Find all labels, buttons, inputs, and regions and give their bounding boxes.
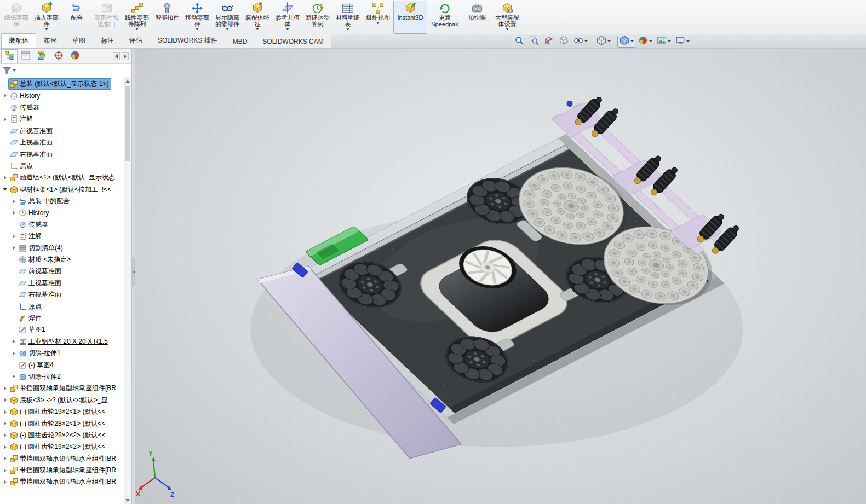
dropdown-caret-icon[interactable] — [256, 28, 259, 30]
featuremanager-tab[interactable] — [1, 49, 18, 63]
tree-item-content[interactable]: 带挡圈双轴承短型轴承座组件[BR — [9, 465, 118, 476]
tree-item[interactable]: 总装 中的配合 — [0, 195, 124, 207]
tree-item-content[interactable]: (-) 圆柱齿轮19×2<1> (默认<< — [9, 407, 107, 417]
dropdown-caret-icon[interactable] — [668, 40, 671, 42]
tree-item-content[interactable]: 总装 (默认<默认_显示状态-1>) — [9, 79, 111, 89]
dropdown-caret-icon[interactable] — [584, 40, 588, 42]
graphics-viewport[interactable]: XYZ — [135, 49, 866, 504]
dropdown-caret-icon[interactable] — [506, 28, 509, 30]
expand-arrow[interactable] — [10, 211, 18, 215]
tree-item-content[interactable]: 涵道组<1> (默认<默认_显示状态 — [9, 172, 117, 183]
expand-arrow[interactable] — [1, 410, 9, 414]
tree-item[interactable]: 前视基准面 — [0, 125, 124, 137]
tree-item-content[interactable]: 切割清单(4) — [18, 243, 65, 253]
mate-button[interactable]: 配合 — [62, 1, 91, 34]
dropdown-caret-icon[interactable] — [45, 28, 48, 30]
expand-arrow[interactable] — [1, 456, 9, 461]
tab-标注[interactable]: 标注 — [93, 33, 122, 48]
expand-arrow[interactable] — [1, 398, 9, 402]
expand-arrow[interactable] — [1, 386, 9, 391]
expand-arrow[interactable] — [1, 433, 9, 437]
tree-item-content[interactable]: 总装 中的配合 — [18, 196, 71, 206]
tree-item[interactable]: 带挡圈双轴承短型轴承座组件[BR — [0, 383, 124, 394]
move-component-button[interactable]: 移动零部件 — [182, 1, 212, 34]
tree-item-content[interactable]: 注解 — [9, 114, 35, 124]
tree-item[interactable]: 原点 — [0, 300, 124, 312]
dropdown-caret-icon[interactable] — [649, 40, 652, 42]
instant3d-button[interactable]: Instant3D — [393, 1, 427, 34]
tree-item[interactable]: 右视基准面 — [0, 148, 124, 160]
apply-scene-button[interactable] — [655, 36, 673, 48]
expand-arrow[interactable] — [1, 188, 9, 191]
expand-arrow[interactable] — [10, 234, 18, 239]
tree-scrollbar[interactable] — [124, 77, 131, 504]
tab-SOLIDWORKS 插件[interactable]: SOLIDWORKS 插件 — [150, 33, 225, 48]
tree-item[interactable]: 切割清单(4) — [0, 242, 124, 253]
tab-评估[interactable]: 评估 — [122, 33, 150, 48]
dropdown-caret-icon[interactable] — [630, 40, 634, 42]
tree-item-content[interactable]: 带挡圈双轴承短型轴承座组件[BR — [9, 454, 118, 464]
displaymanager-tab[interactable] — [67, 49, 83, 63]
exploded-view-button[interactable]: 爆炸视图 — [363, 1, 393, 34]
section-view-button[interactable] — [542, 36, 556, 48]
tree-item-content[interactable]: 注解 — [18, 231, 43, 241]
reference-geometry-button[interactable]: 参考几何体 — [273, 1, 302, 34]
tree-item[interactable]: (-) 圆柱齿轮28×2<1> (默认<< — [0, 418, 124, 429]
filter-funnel-icon[interactable] — [3, 67, 11, 74]
tree-item[interactable]: 材质 <未指定> — [0, 254, 124, 265]
expand-arrow[interactable] — [1, 421, 9, 426]
display-style-button[interactable] — [617, 36, 635, 48]
expand-arrow[interactable] — [10, 374, 18, 379]
insert-components-button[interactable]: 插入零部件 — [32, 1, 61, 34]
tree-item[interactable]: History — [0, 90, 124, 101]
new-motion-study-button[interactable]: 新建运动算例 — [303, 1, 332, 34]
panel-scroll-left-button[interactable] — [113, 52, 120, 60]
large-assembly-settings-button[interactable]: 大型装配体设置 — [492, 1, 522, 34]
expand-arrow[interactable] — [1, 117, 9, 121]
show-hidden-components-button[interactable]: 显示隐藏的零部件 — [213, 1, 242, 34]
expand-arrow[interactable] — [1, 480, 9, 484]
tree-item[interactable]: 总装 (默认<默认_显示状态-1>) — [0, 78, 124, 90]
tree-item[interactable]: 切除-拉伸1 — [0, 347, 124, 359]
scroll-down-button[interactable] — [124, 496, 131, 504]
3d-drawing-view-button[interactable] — [557, 36, 571, 48]
scroll-up-button[interactable] — [124, 77, 131, 85]
tab-布局[interactable]: 布局 — [36, 33, 65, 48]
smart-fasteners-button[interactable]: 智能扣件 — [152, 1, 182, 34]
tree-item[interactable]: 草图1 — [0, 324, 124, 335]
panel-scroll-right-button[interactable] — [122, 52, 129, 60]
tree-item[interactable]: 工业铝型材 20 X 20 X R1.5 — [0, 336, 124, 347]
tree-item[interactable]: (-) 圆柱齿轮19×2<2> (默认<< — [0, 441, 124, 453]
dropdown-caret-icon[interactable] — [376, 22, 380, 24]
tree-item[interactable]: 上视基准面 — [0, 137, 124, 148]
dimxpertmanager-tab[interactable] — [50, 49, 67, 63]
dropdown-caret-icon[interactable] — [196, 28, 199, 30]
configurationmanager-tab[interactable] — [34, 49, 50, 63]
assembly-features-button[interactable]: 装配体特征 — [243, 1, 272, 34]
tree-item-content[interactable]: 草图1 — [18, 325, 47, 335]
tree-item-content[interactable]: (-) 圆柱齿轮19×2<2> (默认<< — [9, 442, 107, 452]
tab-SOLIDWORKS CAM[interactable]: SOLIDWORKS CAM — [255, 35, 331, 48]
tree-item[interactable]: 切除-拉伸2 — [0, 371, 124, 383]
hide-show-items-button[interactable] — [571, 36, 589, 48]
expand-arrow[interactable] — [10, 339, 18, 344]
update-speedpak-button[interactable]: 更新 Speedpak — [428, 1, 462, 34]
tree-item-content[interactable]: 传感器 — [9, 102, 41, 113]
tree-item-content[interactable]: 型材框架<1> (默认<按加工_!<< — [9, 184, 113, 195]
dropdown-caret-icon[interactable] — [686, 40, 690, 42]
tree-item-content[interactable]: 切除-拉伸1 — [18, 348, 62, 358]
tree-item[interactable]: 型材框架<1> (默认<按加工_!<< — [0, 184, 124, 195]
tree-item-content[interactable]: 上视基准面 — [9, 137, 54, 148]
tree-item-content[interactable]: 右视基准面 — [18, 289, 63, 300]
blue-clip[interactable] — [567, 101, 572, 106]
tree-item[interactable]: 涵道组<1> (默认<默认_显示状态 — [0, 172, 124, 183]
tree-item-content[interactable]: 带挡圈双轴承短型轴承座组件[BR — [9, 477, 118, 487]
tree-item[interactable]: (-) 草图4 — [0, 359, 124, 370]
expand-arrow[interactable] — [10, 246, 18, 250]
tree-item-content[interactable]: 材质 <未指定> — [18, 254, 72, 265]
tree-item[interactable]: 传感器 — [0, 102, 124, 113]
expand-arrow[interactable] — [1, 468, 9, 473]
filter-dropdown-caret-icon[interactable] — [13, 69, 16, 72]
tree-item-content[interactable]: 右视基准面 — [9, 149, 54, 160]
tree-item-content[interactable]: (-) 圆柱齿轮28×2<1> (默认<< — [9, 419, 107, 429]
